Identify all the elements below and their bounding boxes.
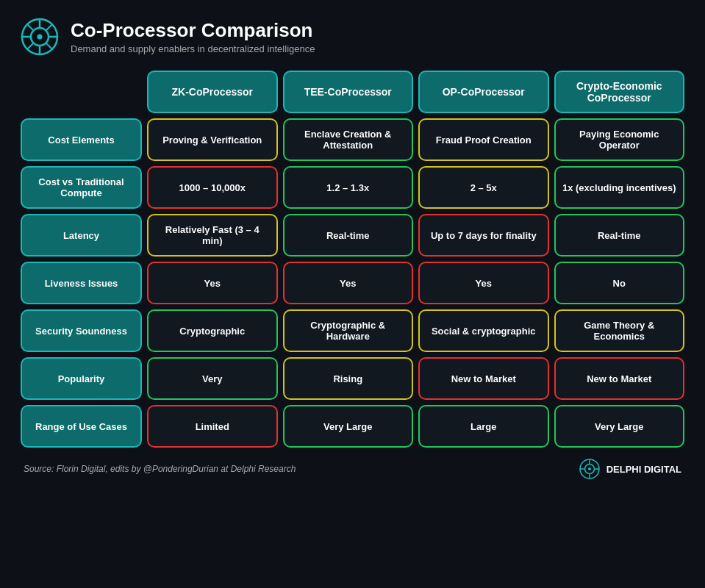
svg-line-9	[46, 25, 52, 31]
page-title: Co-Processor Comparison	[71, 19, 315, 42]
row-label-3: Liveness Issues	[21, 262, 142, 304]
col-header-ce: Crypto-Economic CoProcessor	[554, 71, 685, 113]
cell-r6-c0: Limited	[147, 405, 278, 448]
cell-r4-c2: Social & cryptographic	[418, 309, 549, 352]
cell-r3-c3: No	[554, 262, 685, 304]
row-label-1: Cost vs Traditional Compute	[21, 166, 142, 209]
cell-r0-c1: Enclave Creation & Attestation	[283, 118, 414, 161]
col-header-tee: TEE-CoProcessor	[283, 71, 414, 113]
footer-brand: DELPHI DIGITAL	[579, 458, 681, 480]
cell-r0-c0: Proving & Verification	[147, 118, 278, 161]
page-subtitle: Demand and supply enablers in decentrali…	[71, 43, 315, 54]
delphi-brand-logo-icon	[579, 458, 601, 480]
delphi-logo-icon	[21, 18, 59, 56]
svg-line-10	[28, 43, 34, 49]
cell-r1-c1: 1.2 – 1.3x	[283, 166, 414, 209]
footer-source: Source: Florin Digital, edits by @Ponder…	[24, 464, 296, 474]
cell-r1-c0: 1000 – 10,000x	[147, 166, 278, 209]
cell-r2-c1: Real-time	[283, 214, 414, 257]
brand-label: DELPHI DIGITAL	[606, 464, 681, 475]
cell-r1-c3: 1x (excluding incentives)	[554, 166, 685, 209]
cell-r2-c0: Relatively Fast (3 – 4 min)	[147, 214, 278, 257]
cell-r4-c0: Cryptographic	[147, 309, 278, 352]
cell-r5-c3: New to Market	[554, 357, 685, 400]
svg-line-8	[46, 43, 52, 49]
comparison-table: ZK-CoProcessorTEE-CoProcessorOP-CoProces…	[21, 71, 684, 448]
row-label-5: Popularity	[21, 357, 142, 400]
cell-r2-c2: Up to 7 days for finality	[418, 214, 549, 257]
col-header-zk: ZK-CoProcessor	[147, 71, 278, 113]
table-grid: ZK-CoProcessorTEE-CoProcessorOP-CoProces…	[21, 71, 684, 448]
row-label-2: Latency	[21, 214, 142, 257]
svg-point-13	[588, 467, 591, 470]
cell-r5-c1: Rising	[283, 357, 414, 400]
table-corner	[21, 71, 142, 113]
cell-r6-c2: Large	[418, 405, 549, 448]
row-label-6: Range of Use Cases	[21, 405, 142, 448]
cell-r4-c1: Cryptographic & Hardware	[283, 309, 414, 352]
cell-r3-c2: Yes	[418, 262, 549, 304]
cell-r5-c2: New to Market	[418, 357, 549, 400]
cell-r6-c1: Very Large	[283, 405, 414, 448]
cell-r3-c0: Yes	[147, 262, 278, 304]
cell-r3-c1: Yes	[283, 262, 414, 304]
header-text-block: Co-Processor Comparison Demand and suppl…	[71, 19, 315, 54]
page-footer: Source: Florin Digital, edits by @Ponder…	[21, 458, 684, 480]
cell-r0-c2: Fraud Proof Creation	[418, 118, 549, 161]
cell-r1-c2: 2 – 5x	[418, 166, 549, 209]
col-header-op: OP-CoProcessor	[418, 71, 549, 113]
svg-point-2	[37, 35, 43, 40]
cell-r0-c3: Paying Economic Operator	[554, 118, 685, 161]
row-label-0: Cost Elements	[21, 118, 142, 161]
cell-r4-c3: Game Theory & Economics	[554, 309, 685, 352]
page-header: Co-Processor Comparison Demand and suppl…	[21, 18, 684, 56]
row-label-4: Security Soundness	[21, 309, 142, 352]
svg-line-7	[28, 25, 34, 31]
cell-r2-c3: Real-time	[554, 214, 685, 257]
cell-r6-c3: Very Large	[554, 405, 685, 448]
cell-r5-c0: Very	[147, 357, 278, 400]
